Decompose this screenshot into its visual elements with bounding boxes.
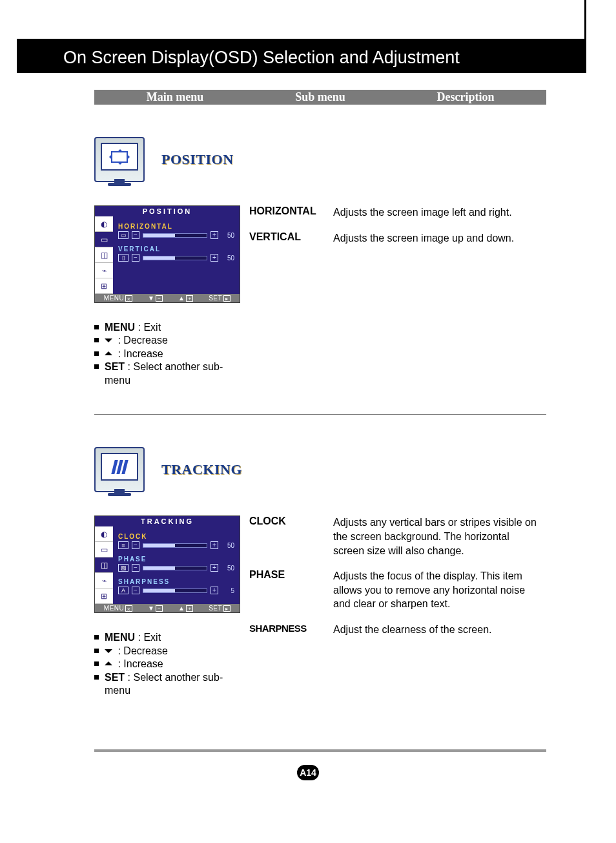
osd-menu-label: MENU⨉ (104, 605, 132, 612)
position-icon (94, 137, 145, 182)
section-divider (94, 414, 546, 415)
plus-icon: + (210, 254, 218, 262)
column-header-row: Main menu Sub menu Description (94, 90, 546, 105)
osd-tab-icon: ◐ (95, 526, 113, 542)
osd-row-label: VERTICAL (118, 245, 234, 253)
minus-icon: − (132, 564, 139, 572)
plus-icon: + (210, 541, 218, 549)
sharpness-icon: A (118, 587, 128, 594)
osd-value: 5 (221, 587, 234, 594)
osd-tab-icon: ▭ (95, 232, 113, 247)
def-term-phase: PHASE (249, 569, 333, 611)
osd-up-label: ▲+ (178, 605, 193, 612)
tracking-icon (94, 447, 145, 492)
triangle-down-icon (105, 649, 112, 657)
osd-row-label: HORIZONTAL (118, 223, 234, 230)
osd-tab-icon: ⌁ (95, 573, 113, 588)
osd-row-label: SHARPNESS (118, 578, 234, 585)
def-desc: Adjust the clearness of the screen. (333, 623, 546, 637)
minus-icon: − (132, 541, 139, 549)
col-sub: Sub menu (256, 90, 385, 104)
osd-tab-icon: ◐ (95, 216, 113, 232)
osd-value: 50 (221, 232, 234, 239)
section-position: POSITION POSITION ◐ ▭ ◫ ⌁ ⊞ (94, 137, 546, 387)
def-term-horizontal: HORIZONTAL (249, 205, 333, 220)
plus-icon: + (210, 587, 218, 594)
osd-row-label: CLOCK (118, 533, 234, 540)
osd-tab-icon: ⊞ (95, 588, 113, 604)
vertical-icon: ▯ (118, 254, 128, 262)
osd-set-label: SET▸ (209, 605, 231, 612)
osd-title: TRACKING (95, 516, 240, 526)
plus-icon: + (210, 231, 218, 239)
position-title: POSITION (161, 151, 234, 168)
osd-value: 50 (221, 542, 234, 549)
osd-value: 50 (221, 255, 234, 262)
page-title: On Screen Display(OSD) Selection and Adj… (17, 39, 586, 73)
osd-title: POSITION (95, 206, 240, 216)
osd-down-label: ▼− (148, 295, 163, 302)
triangle-down-icon (105, 338, 112, 346)
minus-icon: − (132, 231, 139, 239)
def-term-clock: CLOCK (249, 515, 333, 557)
footer-rule (94, 749, 546, 752)
def-desc: Adjusts the screen image left and right. (333, 205, 546, 220)
tracking-legend: MENU : Exit : Decrease : Increase SET : … (94, 631, 240, 697)
plus-icon: + (210, 564, 218, 572)
tracking-osd-panel: TRACKING ◐ ▭ ◫ ⌁ ⊞ CLOCK (94, 515, 240, 613)
osd-value: 50 (221, 565, 234, 572)
osd-menu-label: MENU⨉ (104, 295, 132, 302)
def-desc: Adjusts any vertical bars or stripes vis… (333, 515, 546, 557)
osd-tab-icon: ⊞ (95, 278, 113, 294)
def-desc: Adjusts the screen image up and down. (333, 231, 546, 245)
page-number-badge: A14 (297, 765, 319, 780)
osd-tab-icon: ⌁ (95, 263, 113, 278)
def-term-sharpness: SHARPNESS (249, 623, 333, 637)
osd-set-label: SET▸ (209, 295, 231, 302)
phase-icon: ▧ (118, 564, 128, 572)
def-term-vertical: VERTICAL (249, 231, 333, 245)
osd-up-label: ▲+ (178, 295, 193, 302)
minus-icon: − (132, 254, 139, 262)
col-main: Main menu (94, 90, 256, 104)
horizontal-icon: ▭ (118, 231, 128, 239)
section-tracking: TRACKING TRACKING ◐ ▭ ◫ ⌁ ⊞ (94, 447, 546, 697)
osd-down-label: ▼− (148, 605, 163, 612)
position-osd-panel: POSITION ◐ ▭ ◫ ⌁ ⊞ HORIZONTAL (94, 205, 240, 303)
col-desc: Description (385, 90, 546, 104)
clock-icon: ≡ (118, 541, 128, 549)
osd-row-label: PHASE (118, 556, 234, 563)
osd-tab-icon: ◫ (95, 247, 113, 263)
position-legend: MENU : Exit : Decrease : Increase SET : … (94, 321, 240, 387)
osd-tab-icon: ◫ (95, 557, 113, 573)
triangle-up-icon (105, 658, 112, 665)
triangle-up-icon (105, 348, 112, 355)
osd-tab-icon: ▭ (95, 542, 113, 557)
tracking-title: TRACKING (161, 461, 242, 478)
minus-icon: − (132, 587, 139, 594)
def-desc: Adjusts the focus of the display. This i… (333, 569, 546, 611)
